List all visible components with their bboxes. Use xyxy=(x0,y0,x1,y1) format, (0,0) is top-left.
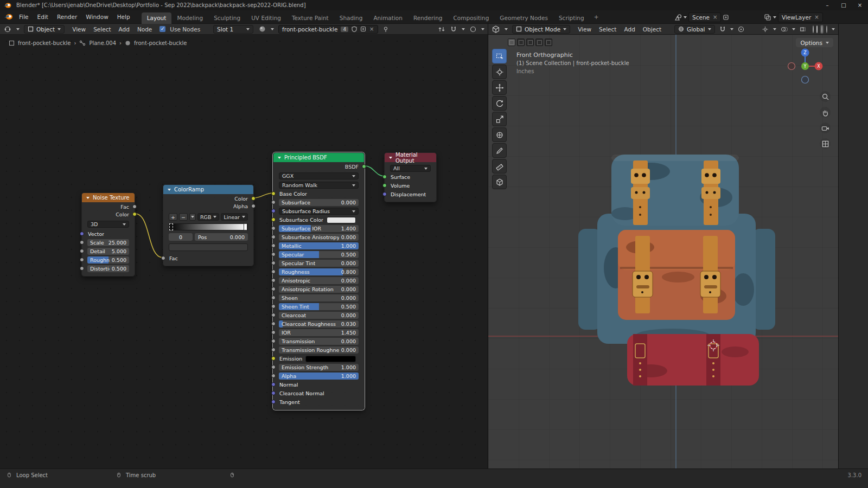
bsdf-param-row[interactable]: Tangent xyxy=(279,399,359,406)
add-workspace-button[interactable]: + xyxy=(590,11,603,23)
menu-item[interactable]: Edit xyxy=(34,12,52,22)
remove-stop-button[interactable]: − xyxy=(179,213,188,221)
new-scene-icon[interactable] xyxy=(723,14,729,21)
node-header[interactable]: Principled BSDF xyxy=(273,153,364,162)
node-param-slider[interactable]: Detail 5.000 xyxy=(87,248,129,255)
bsdf-param-row[interactable]: Specular 0.500 xyxy=(279,251,359,258)
input-socket[interactable] xyxy=(271,217,276,222)
menu-item[interactable]: Add xyxy=(621,25,638,34)
principled-bsdf-node[interactable]: Principled BSDF BSDF GGX Random Walk xyxy=(273,152,365,410)
input-socket[interactable] xyxy=(271,391,276,395)
input-socket[interactable] xyxy=(271,235,276,239)
tool-move[interactable] xyxy=(492,80,507,95)
input-socket[interactable] xyxy=(271,261,276,265)
input-socket[interactable] xyxy=(271,243,276,248)
overlays-icon[interactable] xyxy=(470,26,476,33)
bsdf-param-row[interactable]: Alpha 1.000 xyxy=(279,373,359,380)
xray-toggle-icon[interactable] xyxy=(800,26,806,33)
input-socket[interactable] xyxy=(382,175,387,179)
node-param-slider[interactable]: Roughness 0.500 xyxy=(87,256,129,264)
stop-position-field[interactable]: Pos 0.000 xyxy=(195,233,248,241)
input-socket[interactable] xyxy=(271,191,276,196)
collapse-icon[interactable] xyxy=(168,189,171,191)
node-param-slider[interactable]: Distortion 0.500 xyxy=(87,265,129,272)
fake-user-shield-icon[interactable] xyxy=(352,26,357,32)
maximize-button[interactable]: □ xyxy=(835,0,852,10)
workspace-tab[interactable]: Sculpting xyxy=(208,12,246,24)
add-stop-button[interactable]: + xyxy=(169,213,177,221)
zoom-icon[interactable] xyxy=(820,91,831,102)
tool-transform[interactable] xyxy=(492,127,507,142)
options-button[interactable]: Options xyxy=(796,38,833,47)
bsdf-param-row[interactable]: Sheen Tint 0.500 xyxy=(279,303,359,310)
bsdf-param-row[interactable]: Emission xyxy=(279,355,359,362)
toggle-grid-icon[interactable] xyxy=(820,138,831,149)
show-gizmo-icon[interactable] xyxy=(762,26,769,33)
view-layer-icon[interactable] xyxy=(764,14,771,21)
bsdf-param-row[interactable]: Transmission Roughness 0.000 xyxy=(279,346,359,354)
snap-magnet-icon[interactable] xyxy=(450,26,457,33)
menu-item[interactable]: Object xyxy=(640,25,665,34)
bsdf-param-row[interactable]: Subsurface Anisotropy 0.000 xyxy=(279,234,359,241)
menu-item[interactable]: File xyxy=(15,12,33,22)
editor-type-icon[interactable] xyxy=(3,25,12,34)
bsdf-param-row[interactable]: Sheen 0.000 xyxy=(279,294,359,301)
collapse-icon[interactable] xyxy=(389,157,392,159)
menu-item[interactable]: Help xyxy=(113,12,134,22)
bsdf-param-row[interactable]: Anisotropic 0.000 xyxy=(279,277,359,284)
output-socket[interactable] xyxy=(362,164,366,169)
bsdf-param-row[interactable]: Clearcoat Normal xyxy=(279,390,359,397)
editor-type-icon[interactable] xyxy=(492,25,500,34)
remove-viewlayer-icon[interactable]: × xyxy=(814,14,819,20)
input-socket[interactable] xyxy=(271,382,276,387)
collapse-icon[interactable] xyxy=(86,197,90,199)
input-socket[interactable] xyxy=(80,249,84,253)
input-socket[interactable] xyxy=(271,348,276,352)
workspace-tab[interactable]: UV Editing xyxy=(246,12,286,24)
shading-solid-icon[interactable] xyxy=(816,26,818,33)
node-header[interactable]: Noise Texture xyxy=(82,193,135,202)
input-socket[interactable] xyxy=(271,400,276,404)
mode-dropdown[interactable]: Object Mode xyxy=(512,25,570,34)
bsdf-param-row[interactable]: Clearcoat 0.000 xyxy=(279,312,359,319)
input-socket[interactable] xyxy=(80,232,84,236)
bsdf-param-row[interactable]: Metallic 1.000 xyxy=(279,242,359,249)
pan-hand-icon[interactable] xyxy=(820,107,831,118)
interpolation-dropdown[interactable]: Linear xyxy=(221,213,248,221)
input-socket[interactable] xyxy=(271,313,276,317)
noise-texture-node[interactable]: Noise Texture Fac Color xyxy=(81,192,135,277)
scene-icon[interactable] xyxy=(674,14,682,21)
ramp-stop-black[interactable] xyxy=(169,223,173,230)
color-ramp-gradient[interactable] xyxy=(169,223,248,230)
blender-app-icon[interactable] xyxy=(4,13,13,21)
shader-type-dropdown[interactable]: Object xyxy=(24,25,65,34)
bsdf-param-row[interactable]: Subsurface Color xyxy=(279,216,359,223)
overlays-icon[interactable] xyxy=(781,26,788,33)
minimize-button[interactable]: – xyxy=(819,0,835,10)
input-socket[interactable] xyxy=(382,192,387,196)
bsdf-param-row[interactable]: IOR 1.450 xyxy=(279,329,359,336)
menu-item[interactable]: Add xyxy=(116,25,133,34)
output-socket[interactable] xyxy=(251,204,256,208)
input-socket[interactable] xyxy=(161,256,165,260)
unlink-material-icon[interactable]: × xyxy=(369,26,374,32)
material-slot-dropdown[interactable]: Slot 1 xyxy=(213,25,253,34)
select-mode-button[interactable] xyxy=(535,38,543,46)
colorramp-node[interactable]: ColorRamp Color Alpha xyxy=(163,184,254,266)
input-socket[interactable] xyxy=(271,356,276,361)
bsdf-param-row[interactable]: Specular Tint 0.000 xyxy=(279,260,359,267)
subsurface-method-dropdown[interactable]: Random Walk xyxy=(279,182,359,189)
tool-annotate[interactable] xyxy=(492,143,507,158)
shading-chevron-icon[interactable] xyxy=(832,28,835,30)
workspace-tab[interactable]: Layout xyxy=(142,12,172,24)
parent-arrows-icon[interactable] xyxy=(438,26,445,33)
material-name-field[interactable]: front-pocket-buckle 4 × xyxy=(278,25,378,34)
bsdf-param-row[interactable]: Subsurface 0.000 xyxy=(279,199,359,206)
workspace-tab[interactable]: Shading xyxy=(334,12,368,24)
input-socket[interactable] xyxy=(271,365,276,369)
workspace-tab[interactable]: Animation xyxy=(368,12,408,24)
tool-cursor[interactable] xyxy=(492,65,507,79)
select-mode-button[interactable] xyxy=(526,38,534,46)
workspace-tab[interactable]: Geometry Nodes xyxy=(494,12,553,24)
input-socket[interactable] xyxy=(80,266,84,271)
